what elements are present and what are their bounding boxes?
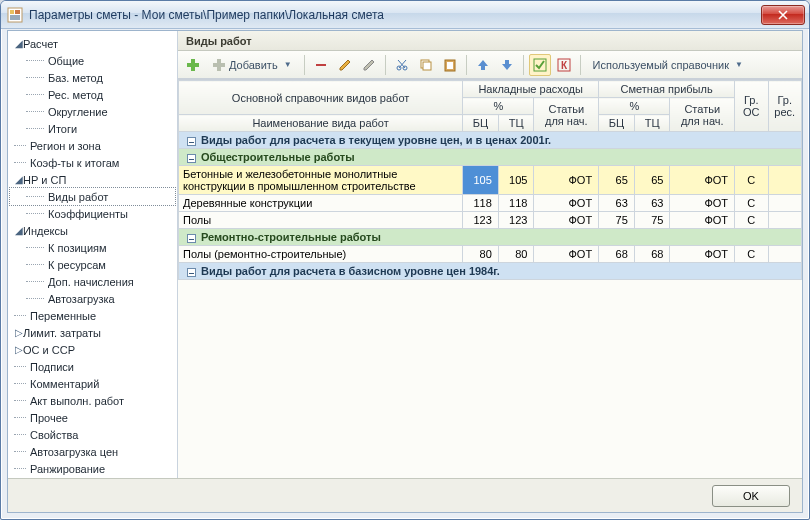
tree-item[interactable]: Доп. начисления [10,273,175,290]
grid[interactable]: Основной справочник видов работ Накладны… [178,79,802,478]
tree-item[interactable]: Коэф-ты к итогам [10,154,175,171]
table-row[interactable]: Полы (ремонтно-строительные)8080ФОТ6868Ф… [179,246,802,263]
col-profit[interactable]: Сметная прибыль [599,81,735,98]
edit-pencil-icon[interactable] [334,54,356,76]
group-cell[interactable]: Ремонтно-строительные работы [179,229,802,246]
cell[interactable]: С [735,246,768,263]
group-cell[interactable]: Виды работ для расчета в текущем уровне … [179,132,802,149]
tree-item[interactable]: Общие [10,52,175,69]
cell[interactable] [768,212,802,229]
col-groc[interactable]: Гр. ОС [735,81,768,132]
titlebar[interactable]: Параметры сметы - Мои сметы\Пример папки… [1,1,809,29]
collapse-icon[interactable] [187,137,196,146]
paste-icon[interactable] [439,54,461,76]
cell[interactable]: ФОТ [534,246,599,263]
col-bc2[interactable]: БЦ [599,115,635,132]
tree-item[interactable]: К позициям [10,239,175,256]
cell[interactable]: 75 [634,212,670,229]
cell[interactable] [768,195,802,212]
col-name[interactable]: Наименование вида работ [179,115,463,132]
tree-item[interactable]: Виды работ [10,188,175,205]
cell[interactable]: ФОТ [534,195,599,212]
cell[interactable]: 65 [599,166,635,195]
cell[interactable]: С [735,212,768,229]
cell[interactable]: 123 [498,212,534,229]
table-row[interactable]: Ремонтно-строительные работы [179,229,802,246]
arrow-up-icon[interactable] [472,54,494,76]
table-row[interactable]: Общестроительные работы [179,149,802,166]
group-cell[interactable]: Виды работ для расчета в базисном уровне… [179,263,802,280]
tree-item[interactable]: Гиперссылки [10,477,175,478]
tree-item[interactable]: Акт выполн. работ [10,392,175,409]
check-toggle[interactable] [529,54,551,76]
cell[interactable] [768,166,802,195]
remove-button[interactable] [310,54,332,76]
cell[interactable]: 105 [498,166,534,195]
k-button[interactable]: К [553,54,575,76]
cell[interactable]: ФОТ [670,212,735,229]
collapse-icon[interactable] [187,234,196,243]
col-overhead[interactable]: Накладные расходы [463,81,599,98]
tree-item[interactable]: ◢НР и СП [10,171,175,188]
table-row[interactable]: Деревянные конструкции118118ФОТ6363ФОТС [179,195,802,212]
tree-item[interactable]: Комментарий [10,375,175,392]
cell[interactable] [768,246,802,263]
col-stat1[interactable]: Статьи для нач. [534,98,599,132]
reference-dropdown[interactable]: Используемый справочник ▼ [586,54,750,76]
tree-item[interactable]: Автозагрузка цен [10,443,175,460]
tree-item[interactable]: Рес. метод [10,86,175,103]
add-icon-button[interactable] [182,54,204,76]
tree-item[interactable]: Округление [10,103,175,120]
ok-button[interactable]: OK [712,485,790,507]
cell[interactable]: 65 [634,166,670,195]
cell[interactable]: ФОТ [534,166,599,195]
tree-item[interactable]: Подписи [10,358,175,375]
tree-item[interactable]: ◢Расчет [10,35,175,52]
add-button[interactable]: Добавить ▼ [206,54,299,76]
tree-item[interactable]: Ранжирование [10,460,175,477]
tree-item[interactable]: ◢Индексы [10,222,175,239]
cell[interactable]: С [735,166,768,195]
copy-icon[interactable] [415,54,437,76]
cell[interactable]: С [735,195,768,212]
cell[interactable]: Полы (ремонтно-строительные) [179,246,463,263]
tree-item[interactable]: Прочее [10,409,175,426]
tree-item[interactable]: К ресурсам [10,256,175,273]
cell[interactable]: Бетонные и железобетонные монолитные кон… [179,166,463,195]
cell[interactable]: 105 [463,166,499,195]
collapse-icon[interactable] [187,154,196,163]
tree-item[interactable]: ▷ОС и ССР [10,341,175,358]
table-row[interactable]: Виды работ для расчета в базисном уровне… [179,263,802,280]
tree-item[interactable]: Переменные [10,307,175,324]
cut-icon[interactable] [391,54,413,76]
cell[interactable]: ФОТ [670,246,735,263]
col-pct[interactable]: % [463,98,534,115]
group-cell[interactable]: Общестроительные работы [179,149,802,166]
cell[interactable]: 123 [463,212,499,229]
table-row[interactable]: Полы123123ФОТ7575ФОТС [179,212,802,229]
tree-item[interactable]: Баз. метод [10,69,175,86]
cell[interactable]: 80 [463,246,499,263]
cell[interactable]: 63 [634,195,670,212]
cell[interactable]: 63 [599,195,635,212]
tree-item[interactable]: Итоги [10,120,175,137]
cell[interactable]: ФОТ [670,166,735,195]
cell[interactable]: 118 [498,195,534,212]
col-grres[interactable]: Гр. рес. [768,81,802,132]
cell[interactable]: ФОТ [670,195,735,212]
edit2-icon[interactable] [358,54,380,76]
collapse-icon[interactable] [187,268,196,277]
col-tc1[interactable]: ТЦ [498,115,534,132]
tree-item[interactable]: Коэффициенты [10,205,175,222]
cell[interactable]: Полы [179,212,463,229]
close-button[interactable] [761,5,805,25]
tree-item[interactable]: Автозагрузка [10,290,175,307]
cell[interactable]: 118 [463,195,499,212]
nav-tree[interactable]: ◢РасчетОбщиеБаз. методРес. методОкруглен… [8,31,178,478]
cell[interactable]: ФОТ [534,212,599,229]
col-bc1[interactable]: БЦ [463,115,499,132]
tree-item[interactable]: Регион и зона [10,137,175,154]
col-main[interactable]: Основной справочник видов работ [179,81,463,115]
cell[interactable]: 68 [634,246,670,263]
cell[interactable]: 80 [498,246,534,263]
